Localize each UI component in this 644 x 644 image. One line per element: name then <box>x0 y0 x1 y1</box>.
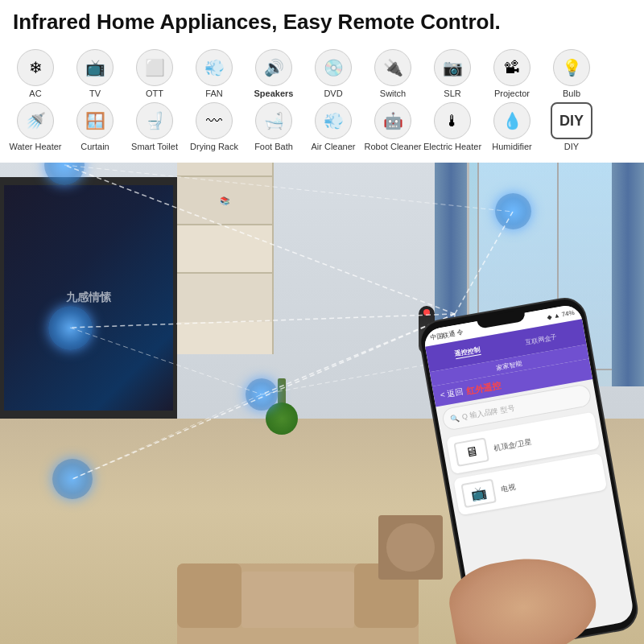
page-title: Infrared Home Appliances, Easy Remote Co… <box>13 10 631 35</box>
slr-label: SLR <box>444 89 460 99</box>
connection-dot-6 <box>52 459 93 499</box>
speakers-label: Speakers <box>254 89 294 99</box>
ott-icon: ⬜ <box>136 49 173 86</box>
phone-device-icon-2: 📺 <box>460 479 497 508</box>
icon-row-2: 🚿Water Heater🪟Curtain🚽Smart Toilet〰Dryin… <box>6 102 638 152</box>
icon-item-humidifier[interactable]: 💧Humidifier <box>483 102 541 152</box>
shelf-unit: 📚 <box>177 129 274 354</box>
icon-item-ac[interactable]: ❄AC <box>6 49 64 99</box>
icons-section: ❄AC📺TV⬜OTT💨FAN🔊Speakers💿DVD🔌Switch📷SLR📽P… <box>0 46 644 162</box>
icon-item-foot-bath[interactable]: 🛁Foot Bath <box>245 102 303 152</box>
bulb-icon: 💡 <box>553 49 590 86</box>
foot-bath-icon: 🛁 <box>255 102 292 139</box>
ott-label: OTT <box>146 89 163 99</box>
phone-nav-title: 红外遥控 <box>465 379 502 397</box>
icon-item-switch[interactable]: 🔌Switch <box>364 49 422 99</box>
curtain-label: Curtain <box>80 142 109 152</box>
speakers-icon: 🔊 <box>255 49 292 86</box>
connection-dot-3 <box>48 306 93 350</box>
phone-status-right: ◆ ▲ 74% <box>547 308 575 320</box>
icon-item-fan[interactable]: 💨FAN <box>185 49 243 99</box>
phone-search-placeholder: Q 输入品牌 型号 <box>461 402 515 422</box>
water-heater-icon: 🚿 <box>17 102 54 139</box>
electric-heater-icon: 🌡 <box>434 102 471 139</box>
drying-rack-label: Drying Rack <box>190 142 238 152</box>
bulb-label: Bulb <box>563 89 580 99</box>
connection-dot-2 <box>495 193 531 229</box>
phone-back-button[interactable]: < 返回 <box>440 386 464 401</box>
humidifier-icon: 💧 <box>493 102 530 139</box>
side-table <box>378 515 443 580</box>
icon-item-dvd[interactable]: 💿DVD <box>304 49 362 99</box>
air-cleaner-icon: 💨 <box>315 102 352 139</box>
connection-dot-4 <box>246 378 278 411</box>
tv-wall: 九感情愫 <box>0 177 177 419</box>
projector-icon: 📽 <box>493 49 530 86</box>
phone-device-label-2: 电视 <box>500 481 516 494</box>
fan-label: FAN <box>205 89 222 99</box>
phone-tab-internet[interactable]: 互联网盒子 <box>525 332 558 347</box>
icon-item-tv[interactable]: 📺TV <box>66 49 124 99</box>
curtain-right <box>612 129 644 386</box>
room-background: 九感情愫 📚 AIR CONDITIONER <box>0 129 644 644</box>
fan-icon: 💨 <box>196 49 233 86</box>
smart-toilet-label: Smart Toilet <box>131 142 178 152</box>
icon-item-slr[interactable]: 📷SLR <box>423 49 481 99</box>
icon-item-drying-rack[interactable]: 〰Drying Rack <box>185 102 243 152</box>
water-heater-label: Water Heater <box>9 142 61 152</box>
diy-label: DIY <box>564 142 579 152</box>
icon-item-water-heater[interactable]: 🚿Water Heater <box>6 102 64 152</box>
switch-label: Switch <box>380 89 406 99</box>
diy-box-icon: DIY <box>551 102 592 139</box>
electric-heater-label: Electric Heater <box>423 142 481 152</box>
icon-item-projector[interactable]: 📽Projector <box>483 49 541 99</box>
icon-item-diy[interactable]: DIYDIY <box>543 102 601 152</box>
icon-item-smart-toilet[interactable]: 🚽Smart Toilet <box>126 102 184 152</box>
air-cleaner-label: Air Cleaner <box>311 142 355 152</box>
drying-rack-icon: 〰 <box>196 102 233 139</box>
robot-cleaner-icon: 🤖 <box>374 102 411 139</box>
slr-icon: 📷 <box>434 49 471 86</box>
projector-label: Projector <box>494 89 530 99</box>
smart-toilet-icon: 🚽 <box>136 102 173 139</box>
tv-label: TV <box>89 89 101 99</box>
ac-label: AC <box>29 89 41 99</box>
header-section: Infrared Home Appliances, Easy Remote Co… <box>0 0 644 46</box>
robot-cleaner-label: Robot Cleaner <box>365 142 422 152</box>
humidifier-label: Humidifier <box>492 142 532 152</box>
icon-item-curtain[interactable]: 🪟Curtain <box>66 102 124 152</box>
foot-bath-label: Foot Bath <box>254 142 293 152</box>
ac-icon: ❄ <box>17 49 54 86</box>
tv-screen: 九感情愫 <box>4 185 173 411</box>
icon-item-bulb[interactable]: 💡Bulb <box>543 49 601 99</box>
phone-device-icon-1: 🖥 <box>453 437 489 466</box>
dvd-label: DVD <box>324 89 342 99</box>
phone-device-label-1: 机顶盒/卫星 <box>493 436 532 453</box>
curtain-icon: 🪟 <box>76 102 114 139</box>
tv-icon: 📺 <box>76 49 114 86</box>
dvd-icon: 💿 <box>315 49 352 86</box>
switch-icon: 🔌 <box>374 49 411 86</box>
icon-item-electric-heater[interactable]: 🌡Electric Heater <box>423 102 481 152</box>
icon-item-robot-cleaner[interactable]: 🤖Robot Cleaner <box>364 102 422 152</box>
tv-text: 九感情愫 <box>66 291 111 305</box>
phone-tab-remote[interactable]: 遥控控制 <box>454 345 481 359</box>
icon-item-speakers[interactable]: 🔊Speakers <box>245 49 303 99</box>
icon-item-air-cleaner[interactable]: 💨Air Cleaner <box>304 102 362 152</box>
icon-row-1: ❄AC📺TV⬜OTT💨FAN🔊Speakers💿DVD🔌Switch📷SLR📽P… <box>6 49 638 99</box>
icon-item-ott[interactable]: ⬜OTT <box>126 49 184 99</box>
